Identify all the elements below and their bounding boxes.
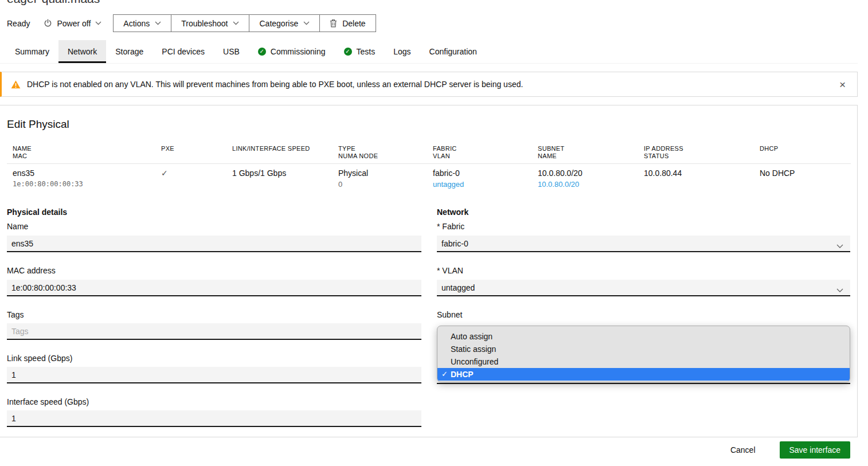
- tab-tests[interactable]: ✓ Tests: [335, 40, 385, 63]
- fabric-label: * Fabric: [437, 222, 464, 231]
- subnet-option-unconfigured[interactable]: Unconfigured: [437, 355, 850, 368]
- dhcp-warning-banner: DHCP is not enabled on any VLAN. This wi…: [0, 72, 858, 97]
- tab-network[interactable]: Network: [58, 40, 106, 63]
- tab-pci-devices[interactable]: PCI devices: [153, 40, 214, 63]
- cancel-button[interactable]: Cancel: [725, 441, 761, 459]
- machine-actions-row: Ready Power off Actions Troubleshoot Cat…: [7, 14, 376, 32]
- tab-label: USB: [223, 47, 240, 56]
- delete-label: Delete: [342, 19, 365, 28]
- success-check-icon: ✓: [258, 48, 266, 56]
- machine-tabs: Summary Network Storage PCI devices USB …: [0, 40, 858, 64]
- ip-address-value: 10.0.80.44: [644, 169, 682, 178]
- interface-mac: 1e:00:80:00:00:33: [13, 180, 83, 188]
- chevron-down-icon: [233, 21, 239, 25]
- close-icon[interactable]: ×: [837, 79, 848, 90]
- subnet-option-dhcp[interactable]: ✓ DHCP: [437, 368, 850, 381]
- tab-label: Commissioning: [271, 47, 326, 56]
- link-interface-speed-value: 1 Gbps/1 Gbps: [232, 169, 286, 178]
- subnet-select-bottom-border: [437, 383, 850, 384]
- warning-icon: [11, 80, 21, 89]
- categorise-menu-label: Categorise: [259, 19, 298, 28]
- physical-details-heading: Physical details: [7, 207, 67, 217]
- tab-usb[interactable]: USB: [214, 40, 249, 63]
- tab-label: Summary: [15, 47, 49, 56]
- form-footer: Cancel Save interface: [0, 437, 858, 466]
- delete-button[interactable]: Delete: [320, 15, 375, 32]
- tab-summary[interactable]: Summary: [6, 40, 58, 63]
- option-label: DHCP: [451, 370, 474, 379]
- troubleshoot-menu-label: Troubleshoot: [181, 19, 228, 28]
- subnet-option-static-assign[interactable]: Static assign: [437, 343, 850, 355]
- tab-commissioning[interactable]: ✓ Commissioning: [249, 40, 335, 63]
- edit-physical-title: Edit Physical: [7, 118, 69, 131]
- column-header-subnet-name: SUBNETNAME: [538, 145, 564, 160]
- save-interface-button[interactable]: Save interface: [780, 441, 851, 459]
- chevron-down-icon: [303, 21, 310, 25]
- tab-label: Network: [68, 47, 97, 56]
- power-icon: [44, 19, 52, 28]
- tags-label: Tags: [7, 310, 24, 319]
- link-speed-field[interactable]: [7, 367, 421, 383]
- tab-configuration[interactable]: Configuration: [420, 40, 486, 63]
- dhcp-status-value: No DHCP: [760, 169, 795, 178]
- vlan-select-value: untagged: [441, 283, 475, 292]
- name-label: Name: [7, 222, 28, 231]
- fabric-select[interactable]: fabric-0: [437, 236, 850, 252]
- table-header-divider: [7, 163, 851, 164]
- selected-check-icon: ✓: [441, 368, 448, 381]
- machine-status: Ready: [7, 19, 30, 28]
- troubleshoot-menu-button[interactable]: Troubleshoot: [171, 15, 249, 32]
- subnet-option-auto-assign[interactable]: Auto assign: [437, 330, 850, 343]
- column-header-dhcp: DHCP: [760, 145, 778, 152]
- subnet-name-link[interactable]: 10.0.80.0/20: [538, 180, 579, 189]
- name-field[interactable]: [7, 236, 421, 252]
- chevron-down-icon: [836, 285, 843, 295]
- interface-speed-label: Interface speed (Gbps): [7, 397, 89, 406]
- machine-title: eager-quail.maas: [7, 0, 100, 6]
- vlan-link[interactable]: untagged: [433, 180, 464, 189]
- subnet-dropdown-menu: Auto assign Static assign Unconfigured ✓…: [437, 326, 850, 382]
- fabric-select-value: fabric-0: [441, 239, 468, 248]
- interface-type: Physical: [338, 169, 368, 178]
- subnet-value: 10.0.80.0/20: [538, 169, 582, 178]
- tab-label: PCI devices: [162, 47, 205, 56]
- power-menu-label: Power off: [57, 19, 91, 28]
- link-speed-label: Link speed (Gbps): [7, 354, 72, 363]
- fabric-value: fabric-0: [433, 169, 460, 178]
- tab-label: Storage: [115, 47, 143, 56]
- tags-field[interactable]: [7, 323, 421, 340]
- categorise-menu-button[interactable]: Categorise: [249, 15, 320, 32]
- vlan-select[interactable]: untagged: [437, 280, 850, 296]
- pxe-check-icon: ✓: [161, 169, 168, 178]
- success-check-icon: ✓: [344, 48, 352, 56]
- chevron-down-icon: [836, 241, 843, 250]
- actions-menu-button[interactable]: Actions: [114, 15, 171, 32]
- chevron-down-icon: [155, 21, 161, 25]
- tab-label: Logs: [393, 47, 410, 56]
- column-header-ip-status: IP ADDRESSSTATUS: [644, 145, 683, 160]
- column-header-link-speed: LINK/INTERFACE SPEED: [232, 145, 310, 152]
- tab-label: Tests: [357, 47, 376, 56]
- mac-address-label: MAC address: [7, 266, 56, 275]
- machine-details-page: eager-quail.maas Ready Power off Actions…: [0, 0, 868, 466]
- tab-storage[interactable]: Storage: [106, 40, 153, 63]
- column-header-type-numa: TYPENUMA NODE: [338, 145, 378, 160]
- edit-physical-card: Edit Physical NAMEMAC PXE LINK/INTERFACE…: [0, 105, 858, 466]
- column-header-pxe: PXE: [161, 145, 174, 152]
- vlan-label: * VLAN: [437, 266, 463, 275]
- actions-menu-label: Actions: [123, 19, 150, 28]
- tab-label: Configuration: [429, 47, 477, 56]
- subnet-label: Subnet: [437, 310, 462, 319]
- power-menu-button[interactable]: Power off: [44, 19, 101, 28]
- chevron-down-icon: [95, 21, 101, 25]
- network-heading: Network: [437, 207, 468, 217]
- tab-logs[interactable]: Logs: [384, 40, 420, 63]
- mac-address-field[interactable]: [7, 280, 421, 296]
- machine-action-button-group: Actions Troubleshoot Categorise Delete: [113, 14, 376, 32]
- banner-message: DHCP is not enabled on any VLAN. This wi…: [27, 80, 523, 89]
- numa-node-value: 0: [338, 180, 342, 189]
- trash-icon: [330, 19, 337, 28]
- column-header-name-mac: NAMEMAC: [13, 145, 32, 160]
- column-header-fabric-vlan: FABRICVLAN: [433, 145, 457, 160]
- interface-speed-field[interactable]: [7, 410, 421, 427]
